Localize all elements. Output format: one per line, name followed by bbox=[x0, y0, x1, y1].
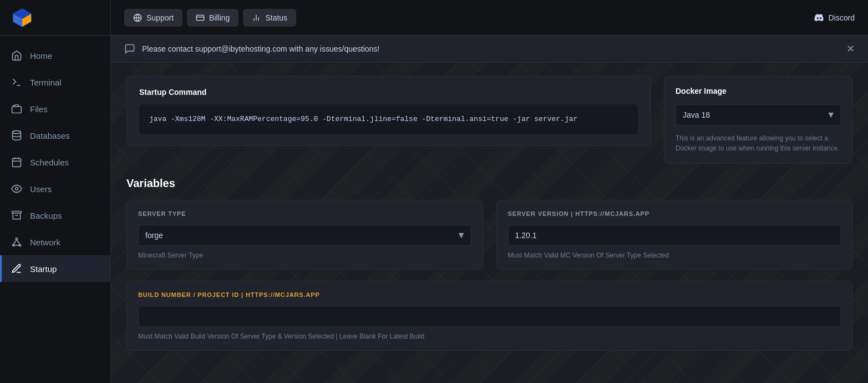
variables-row-2: BUILD NUMBER / PROJECT ID | HTTPS://MCJA… bbox=[126, 281, 852, 351]
sidebar-item-startup[interactable]: Startup bbox=[0, 255, 110, 282]
discord-label: Discord bbox=[829, 13, 855, 22]
notification-left: Please contact support@ibytehosting.com … bbox=[124, 43, 379, 54]
svg-point-14 bbox=[16, 238, 17, 240]
server-type-label: SERVER TYPE bbox=[138, 210, 471, 217]
content-area: Startup Command java -Xms128M -XX:MaxRAM… bbox=[111, 63, 868, 383]
sidebar-item-label-backups: Backups bbox=[30, 211, 62, 220]
topbar-nav: Support Billing Status bbox=[124, 9, 296, 27]
docker-image-col: Docker Image Java 18 Java 17 Java 11 Jav… bbox=[664, 76, 852, 164]
sidebar-item-users[interactable]: Users bbox=[0, 175, 110, 202]
svg-rect-5 bbox=[12, 107, 22, 113]
notification-close-button[interactable]: ✕ bbox=[846, 44, 855, 54]
docker-hint: This is an advanced feature allowing you… bbox=[676, 133, 841, 153]
billing-icon bbox=[196, 13, 205, 22]
home-icon bbox=[11, 50, 22, 61]
sidebar-item-schedules[interactable]: Schedules bbox=[0, 149, 110, 175]
svg-rect-22 bbox=[196, 15, 204, 20]
status-icon bbox=[252, 13, 261, 22]
notification-text: Please contact support@ibytehosting.com … bbox=[142, 44, 379, 53]
docker-image-card: Docker Image Java 18 Java 17 Java 11 Jav… bbox=[664, 76, 852, 164]
docker-image-select[interactable]: Java 18 Java 17 Java 11 Java 8 bbox=[676, 104, 841, 125]
sidebar-nav: Home Terminal Files Databases bbox=[0, 36, 110, 383]
variables-title: Variables bbox=[126, 177, 852, 190]
network-icon bbox=[11, 236, 22, 248]
server-version-input[interactable] bbox=[508, 225, 841, 246]
app-logo bbox=[11, 7, 33, 29]
svg-point-6 bbox=[13, 131, 21, 134]
server-version-label: SERVER VERSION | HTTPS://MCJARS.APP bbox=[508, 210, 841, 217]
server-type-hint: Minecraft Server Type bbox=[138, 251, 471, 259]
startup-command-row: Startup Command java -Xms128M -XX:MaxRAM… bbox=[126, 76, 852, 164]
logo-area bbox=[0, 0, 110, 36]
startup-command-title: Startup Command bbox=[139, 88, 638, 97]
sidebar: Home Terminal Files Databases bbox=[0, 0, 111, 383]
terminal-icon bbox=[11, 77, 22, 88]
status-button[interactable]: Status bbox=[243, 9, 296, 27]
billing-label: Billing bbox=[209, 13, 230, 22]
sidebar-item-label-schedules: Schedules bbox=[30, 158, 69, 167]
build-number-hint: Must Match Valid Build Version Of Server… bbox=[138, 332, 841, 340]
server-type-select-wrapper: forge paper spigot vanilla fabric ▼ bbox=[138, 225, 471, 246]
sidebar-item-label-users: Users bbox=[30, 184, 52, 194]
topbar: Support Billing Status bbox=[111, 0, 868, 36]
sidebar-item-label-terminal: Terminal bbox=[30, 78, 62, 87]
discord-button[interactable]: Discord bbox=[814, 13, 855, 23]
sidebar-item-files[interactable]: Files bbox=[0, 95, 110, 122]
server-type-select[interactable]: forge paper spigot vanilla fabric bbox=[138, 225, 471, 246]
archive-icon bbox=[11, 210, 22, 221]
startup-command-card: Startup Command java -Xms128M -XX:MaxRAM… bbox=[126, 76, 651, 146]
build-number-label: BUILD NUMBER / PROJECT ID | HTTPS://MCJA… bbox=[138, 291, 841, 298]
sidebar-item-backups[interactable]: Backups bbox=[0, 202, 110, 229]
notification-banner: Please contact support@ibytehosting.com … bbox=[111, 36, 868, 63]
pen-icon bbox=[11, 263, 22, 274]
docker-select-wrapper: Java 18 Java 17 Java 11 Java 8 ▼ bbox=[676, 104, 841, 125]
billing-button[interactable]: Billing bbox=[187, 9, 238, 27]
startup-command-code: java -Xms128M -XX:MaxRAMPercentage=95.0 … bbox=[139, 104, 638, 134]
svg-rect-12 bbox=[12, 211, 22, 213]
support-button[interactable]: Support bbox=[124, 9, 182, 27]
sidebar-item-network[interactable]: Network bbox=[0, 229, 110, 255]
sidebar-item-label-home: Home bbox=[30, 51, 52, 61]
database-icon bbox=[11, 130, 22, 141]
sidebar-item-label-databases: Databases bbox=[30, 131, 70, 140]
variables-row-1: SERVER TYPE forge paper spigot vanilla f… bbox=[126, 200, 852, 270]
eye-icon bbox=[11, 183, 22, 194]
status-label: Status bbox=[265, 13, 287, 22]
sidebar-item-databases[interactable]: Databases bbox=[0, 122, 110, 149]
support-icon bbox=[133, 13, 142, 22]
server-version-card: SERVER VERSION | HTTPS://MCJARS.APP Must… bbox=[496, 200, 853, 270]
build-number-card: BUILD NUMBER / PROJECT ID | HTTPS://MCJA… bbox=[126, 281, 852, 351]
calendar-icon bbox=[11, 157, 22, 168]
server-type-card: SERVER TYPE forge paper spigot vanilla f… bbox=[126, 200, 483, 270]
build-number-input[interactable] bbox=[138, 306, 841, 327]
svg-line-17 bbox=[13, 240, 17, 244]
startup-command-col: Startup Command java -Xms128M -XX:MaxRAM… bbox=[126, 76, 651, 164]
docker-image-title: Docker Image bbox=[676, 87, 841, 95]
svg-rect-7 bbox=[13, 158, 21, 167]
folder-icon bbox=[11, 103, 22, 114]
support-label: Support bbox=[146, 13, 174, 22]
svg-point-11 bbox=[16, 188, 18, 190]
server-version-hint: Must Match Valid MC Version Of Server Ty… bbox=[508, 251, 841, 259]
sidebar-item-home[interactable]: Home bbox=[0, 42, 110, 69]
sidebar-item-label-network: Network bbox=[30, 238, 60, 247]
sidebar-item-label-files: Files bbox=[30, 104, 48, 114]
main-content: Support Billing Status bbox=[111, 0, 868, 383]
content-inner: Startup Command java -Xms128M -XX:MaxRAM… bbox=[126, 76, 852, 351]
message-icon bbox=[124, 43, 135, 54]
discord-icon bbox=[814, 13, 824, 23]
variables-section: Variables SERVER TYPE forge paper spigot… bbox=[126, 177, 852, 351]
sidebar-item-terminal[interactable]: Terminal bbox=[0, 69, 110, 95]
svg-line-18 bbox=[17, 240, 20, 244]
sidebar-item-label-startup: Startup bbox=[30, 264, 57, 274]
